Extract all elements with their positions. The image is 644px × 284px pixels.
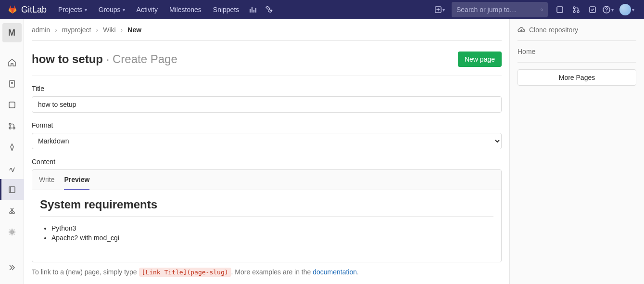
project-avatar[interactable]: M [2, 23, 22, 42]
page-title: how to setup · Create Page [32, 52, 177, 66]
tab-write[interactable]: Write [39, 170, 54, 190]
breadcrumb-current: New [127, 26, 141, 34]
nav-milestones[interactable]: Milestones [164, 0, 207, 19]
title-group: Title [32, 85, 502, 113]
more-pages-button[interactable]: More Pages [518, 69, 636, 86]
preview-list: Python3 Apache2 with mod_cgi [40, 223, 493, 243]
page-title-name: how to setup [32, 52, 103, 65]
clone-label: Clone repository [529, 26, 578, 34]
cloud-download-icon [518, 26, 525, 34]
new-page-button[interactable]: New page [458, 52, 502, 67]
plus-icon [435, 6, 442, 13]
merge-requests-icon[interactable] [568, 0, 584, 19]
main-area: admin › myproject › Wiki › New how to se… [24, 19, 644, 284]
gitlab-logo-icon [8, 4, 17, 15]
chevron-down-icon: ▾ [123, 7, 125, 13]
clone-repository[interactable]: Clone repository [518, 26, 636, 41]
help-icon [603, 6, 610, 13]
nav-activity[interactable]: Activity [131, 0, 164, 19]
sidebar-mr-icon[interactable] [0, 116, 24, 137]
sidebar-issues-icon[interactable] [0, 94, 24, 116]
chevron-right-icon: › [55, 26, 57, 34]
metrics-icon[interactable] [245, 0, 261, 19]
content-group: Content Write Preview System requirement… [32, 158, 502, 262]
breadcrumb-project[interactable]: myproject [62, 26, 91, 34]
preview-heading: System requirements [40, 198, 493, 217]
collapse-sidebar-icon[interactable] [0, 257, 24, 278]
help-dropdown[interactable]: ▾ [601, 0, 616, 19]
breadcrumb-wiki[interactable]: Wiki [103, 26, 115, 34]
admin-wrench-icon[interactable] [261, 0, 278, 19]
format-select[interactable]: Markdown [32, 133, 502, 149]
link-hint: To link to a (new) page, simply type [Li… [32, 268, 502, 276]
svg-point-4 [573, 11, 575, 13]
nav-groups[interactable]: Groups▾ [93, 0, 131, 19]
documentation-link[interactable]: documentation [313, 268, 357, 276]
svg-rect-13 [9, 187, 15, 193]
hint-code: [Link Title](page-slug) [139, 268, 231, 277]
page-title-action: · Create Page [106, 52, 177, 65]
sidebar-snippets-icon[interactable] [0, 200, 24, 221]
tab-preview[interactable]: Preview [64, 170, 89, 190]
avatar [619, 4, 631, 15]
svg-rect-2 [557, 7, 563, 13]
content-label: Content [32, 158, 502, 166]
sidebar-wiki-icon[interactable] [0, 179, 24, 200]
sidebar-ops-icon[interactable] [0, 158, 24, 179]
svg-rect-9 [9, 102, 15, 108]
brand[interactable]: GitLab [8, 4, 47, 15]
brand-text: GitLab [21, 5, 47, 15]
chevron-down-icon: ▾ [611, 7, 614, 13]
sidebar-left: M [0, 19, 24, 284]
format-group: Format Markdown [32, 121, 502, 149]
home-link[interactable]: Home [518, 41, 636, 63]
svg-point-14 [10, 212, 12, 214]
svg-point-5 [577, 11, 579, 13]
svg-point-10 [9, 123, 11, 125]
chevron-down-icon: ▾ [632, 7, 634, 13]
sidebar-settings-icon[interactable] [0, 221, 24, 243]
content-editor: Write Preview System requirements Python… [32, 169, 502, 262]
content: admin › myproject › Wiki › New how to se… [24, 19, 509, 284]
search-box[interactable] [452, 2, 548, 17]
chevron-down-icon: ▾ [85, 7, 87, 13]
title-row: how to setup · Create Page New page [32, 41, 502, 76]
nav-left: Projects▾ Groups▾ Activity Milestones Sn… [52, 0, 278, 19]
svg-point-16 [11, 231, 13, 233]
new-dropdown[interactable]: ▾ [432, 3, 448, 16]
chevron-down-icon: ▾ [442, 7, 445, 13]
chevron-right-icon: › [96, 26, 99, 34]
sidebar-repo-icon[interactable] [0, 73, 24, 94]
svg-point-15 [13, 212, 14, 214]
sidebar-home-icon[interactable] [0, 52, 24, 73]
title-input[interactable] [32, 96, 502, 113]
user-menu[interactable]: ▾ [616, 0, 636, 19]
issues-icon[interactable] [552, 0, 568, 19]
top-navbar: GitLab Projects▾ Groups▾ Activity Milest… [0, 0, 644, 19]
list-item: Python3 [51, 223, 493, 233]
nav-projects[interactable]: Projects▾ [52, 0, 93, 19]
svg-point-3 [573, 7, 575, 9]
breadcrumb: admin › myproject › Wiki › New [32, 24, 502, 41]
search-icon [541, 6, 543, 13]
search-input[interactable] [456, 6, 541, 13]
svg-point-1 [541, 9, 543, 10]
sidebar-ci-icon[interactable] [0, 137, 24, 158]
todos-icon[interactable] [584, 0, 601, 19]
nav-snippets[interactable]: Snippets [207, 0, 245, 19]
format-label: Format [32, 121, 502, 129]
preview-body: System requirements Python3 Apache2 with… [32, 190, 501, 262]
list-item: Apache2 with mod_cgi [51, 233, 493, 243]
chevron-right-icon: › [121, 26, 123, 34]
editor-tabs: Write Preview [32, 170, 501, 190]
breadcrumb-admin[interactable]: admin [32, 26, 50, 34]
page-layout: M admin › myproject › Wiki › New how t [0, 19, 644, 284]
svg-point-12 [13, 127, 15, 129]
sidebar-right: Clone repository Home More Pages [509, 19, 644, 284]
svg-point-11 [9, 127, 11, 129]
title-label: Title [32, 85, 502, 92]
nav-right: ▾ ▾ ▾ [432, 0, 636, 19]
